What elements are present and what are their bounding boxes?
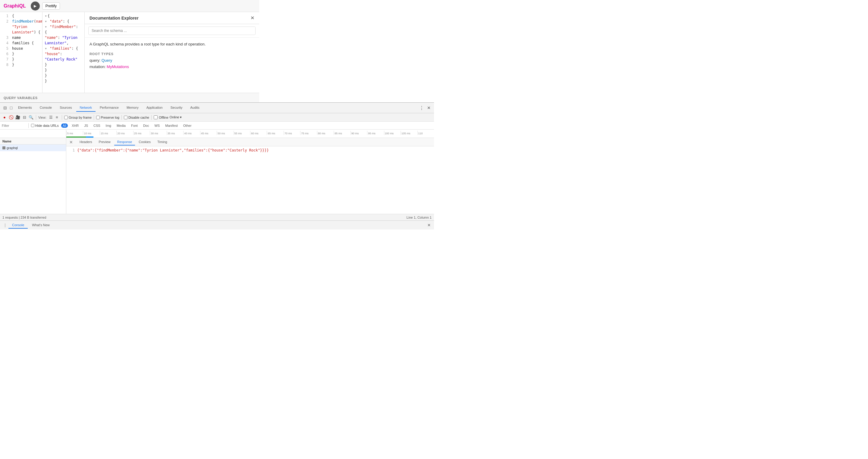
code-line: 3 name (0, 35, 42, 40)
separator-2 (62, 115, 62, 120)
preserve-log-group: Preserve log (96, 116, 119, 119)
filter-button[interactable]: ⊟ (22, 115, 27, 120)
console-tab-whats-new[interactable]: What's New (28, 222, 53, 229)
tab-network[interactable]: Network (76, 104, 96, 112)
hide-data-urls-checkbox[interactable] (31, 124, 34, 127)
doc-type-query: query: Query (90, 58, 254, 63)
view-detail-button[interactable]: ≡ (54, 115, 60, 120)
console-close-icon[interactable]: ✕ (426, 223, 432, 228)
result-line: ▾ "data": { (42, 19, 85, 24)
offline-checkbox[interactable] (154, 116, 158, 119)
code-line: 4 families { (0, 40, 42, 46)
tick-15ms: 15 ms (100, 131, 116, 135)
response-tab-cookies[interactable]: Cookies (135, 139, 154, 145)
cursor-position: Line 1, Column 1 (407, 216, 432, 219)
response-tab-headers[interactable]: Headers (76, 139, 95, 145)
preserve-log-checkbox[interactable] (96, 116, 100, 119)
filter-tag-ws[interactable]: WS (153, 124, 161, 128)
filter-separator (28, 123, 29, 128)
tab-elements[interactable]: Elements (14, 104, 36, 112)
result-line: ▾ "families": { (42, 46, 85, 51)
play-button[interactable]: ▶ (31, 1, 40, 10)
hide-data-urls-group: Hide data URLs (31, 124, 59, 127)
tab-sources[interactable]: Sources (56, 104, 75, 112)
query-variables-label: QUERY VARIABLES (4, 96, 38, 100)
devtools-close-icon[interactable]: ✕ (426, 105, 432, 110)
filter-bar: Hide data URLs All XHR JS CSS Img Media … (0, 122, 434, 130)
devtools-status-bar: 1 requests | 234 B transferred Line 1, C… (0, 214, 434, 221)
response-content: {"data":{"findMember":{"name":"Tyrion La… (77, 147, 269, 153)
tick-85ms: 85 ms (334, 131, 350, 135)
group-by-frame-checkbox[interactable] (64, 116, 68, 119)
clear-button[interactable]: 🚫 (8, 115, 14, 120)
tab-security[interactable]: Security (167, 104, 186, 112)
filter-tag-img[interactable]: Img (104, 124, 113, 128)
doc-type-mutation-label: mutation: (90, 64, 107, 69)
result-line: } (42, 78, 85, 84)
record-button[interactable]: ● (2, 115, 7, 120)
code-line: 5 house (0, 46, 42, 51)
filter-tag-all[interactable]: All (61, 124, 68, 128)
filter-tag-font[interactable]: Font (130, 124, 139, 128)
doc-type-mutation-link[interactable]: MyMutations (107, 64, 129, 69)
tab-console[interactable]: Console (36, 104, 56, 112)
view-label: View: (38, 116, 46, 119)
online-select[interactable]: Online ▾ (170, 116, 182, 119)
console-tab-console[interactable]: Console (8, 222, 28, 229)
doc-root-types-title: ROOT TYPES (90, 52, 254, 56)
console-more-icon[interactable]: ⋮ (2, 223, 8, 228)
doc-type-query-link[interactable]: Query (101, 58, 112, 63)
response-tab-timing[interactable]: Timing (154, 139, 170, 145)
view-toggle: ☰ ≡ (48, 115, 60, 120)
tick-10ms: 10 ms (83, 131, 99, 135)
doc-type-mutation: mutation: MyMutations (90, 64, 254, 69)
doc-explorer-header: Documentation Explorer ✕ (85, 12, 259, 24)
tick-80ms: 80 ms (317, 131, 334, 135)
network-name-column: Name (2, 139, 11, 143)
filter-tag-js[interactable]: JS (83, 124, 90, 128)
filter-input[interactable] (2, 124, 26, 127)
prettify-button[interactable]: Prettify (42, 2, 60, 10)
offline-label: Offline (159, 116, 168, 119)
code-line: 1{ (0, 13, 42, 19)
camera-button[interactable]: 🎥 (15, 115, 21, 120)
filter-tag-media[interactable]: Media (115, 124, 127, 128)
response-tab-preview[interactable]: Preview (96, 139, 114, 145)
response-tab-response[interactable]: Response (114, 139, 135, 145)
doc-search-input[interactable] (88, 27, 255, 35)
filter-tag-other[interactable]: Other (182, 124, 193, 128)
tab-application[interactable]: Application (143, 104, 166, 112)
doc-explorer-description: A GraphQL schema provides a root type fo… (90, 41, 254, 47)
tick-70ms: 70 ms (284, 131, 300, 135)
group-by-frame-group: Group by frame (64, 116, 92, 119)
tab-audits[interactable]: Audits (187, 104, 203, 112)
network-list-item-graphql[interactable]: graphql (0, 144, 66, 151)
disable-cache-checkbox[interactable] (124, 116, 127, 119)
timeline-blue-bar (86, 136, 93, 138)
devtools-dock-icon[interactable]: ⊟ (2, 105, 8, 110)
tab-memory[interactable]: Memory (123, 104, 142, 112)
hide-data-urls-label: Hide data URLs (35, 124, 59, 127)
response-close-icon[interactable]: ✕ (67, 140, 75, 144)
view-list-button[interactable]: ☰ (48, 115, 54, 120)
requests-count: 1 requests | 234 B transferred (2, 216, 46, 219)
filter-tag-manifest[interactable]: Manifest (164, 124, 179, 128)
doc-explorer-body: A GraphQL schema provides a root type fo… (85, 38, 259, 93)
tab-performance[interactable]: Performance (96, 104, 122, 112)
network-main: Name graphql ✕ Headers Preview Response … (0, 138, 434, 214)
code-line: 2 findMember(name: "Tyrion Lannister") { (0, 19, 42, 35)
search-button[interactable]: 🔍 (28, 115, 34, 120)
query-editor[interactable]: 1{2 findMember(name: "Tyrion Lannister")… (0, 12, 42, 93)
filter-tag-css[interactable]: CSS (92, 124, 102, 128)
devtools-more-icon[interactable]: ⋮ (419, 105, 424, 110)
result-line: ▾ "findMember": { (42, 24, 85, 35)
result-line: } (42, 73, 85, 78)
devtools-undock-icon[interactable]: □ (8, 105, 14, 110)
filter-tag-doc[interactable]: Doc (142, 124, 151, 128)
filter-tag-xhr[interactable]: XHR (70, 124, 80, 128)
network-list-header: Name (0, 138, 66, 144)
response-body: 1 {"data":{"findMember":{"name":"Tyrion … (66, 146, 434, 214)
preserve-log-label: Preserve log (101, 116, 119, 119)
doc-explorer-close-button[interactable]: ✕ (250, 15, 254, 21)
tick-5ms: 5 ms (66, 131, 83, 135)
